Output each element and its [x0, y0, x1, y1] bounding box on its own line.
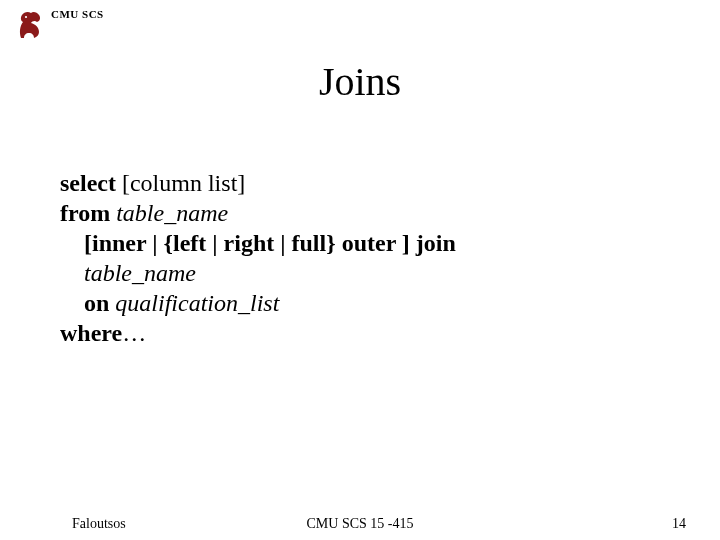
keyword-select: select	[60, 170, 116, 196]
text-ellipsis: …	[122, 320, 146, 346]
footer-page-number: 14	[672, 516, 686, 532]
svg-point-0	[25, 16, 27, 18]
footer-course: CMU SCS 15 -415	[0, 516, 720, 532]
cmu-scs-dragon-icon	[15, 8, 45, 44]
slide-title: Joins	[0, 58, 720, 105]
syntax-line-6: where…	[60, 318, 660, 348]
keyword-on: on	[84, 290, 109, 316]
syntax-line-1: select [column list]	[60, 168, 660, 198]
slide-header: CMU SCS	[15, 8, 104, 44]
text-qualification-list: qualification_list	[109, 290, 279, 316]
syntax-line-4: table_name	[60, 258, 660, 288]
keyword-where: where	[60, 320, 122, 346]
syntax-line-2: from table_name	[60, 198, 660, 228]
syntax-line-3: [inner | {left | right | full} outer ] j…	[60, 228, 660, 258]
text-table-name-1: table_name	[110, 200, 228, 226]
text-column-list: [column list]	[116, 170, 245, 196]
sql-syntax-block: select [column list] from table_name [in…	[60, 168, 660, 348]
keyword-from: from	[60, 200, 110, 226]
syntax-line-5: on qualification_list	[60, 288, 660, 318]
header-org-label: CMU SCS	[51, 8, 104, 20]
